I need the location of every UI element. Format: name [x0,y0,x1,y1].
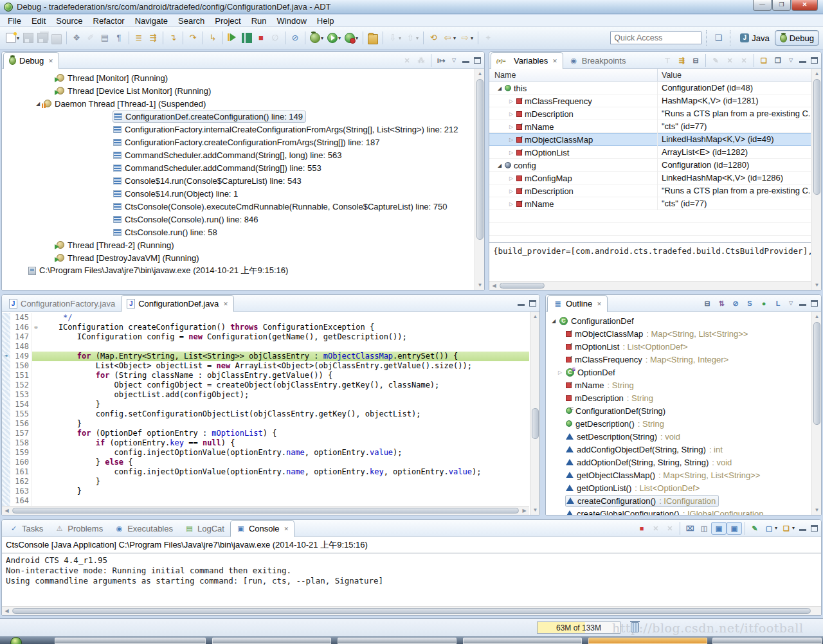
minimize-view-button[interactable] [460,55,471,66]
taskbar-button[interactable] [212,638,331,644]
tab-problems[interactable]: ⚠Problems [49,520,109,536]
new-snapshot-button[interactable]: ❖ [69,30,84,46]
minimize-view-button[interactable] [797,55,808,66]
debug-tree-item[interactable]: ConfigurationFactory.internalCreateConfi… [2,123,474,136]
code-line[interactable]: 157 for (OptionDef optionEntry : mOption… [2,429,529,438]
scroll-down-arrow[interactable]: ▼ [530,505,539,515]
collapse-all-button[interactable]: ⊟ [689,54,703,67]
show-command-line-button[interactable]: i↦ [434,54,448,67]
collapsed-arrow-icon[interactable] [506,188,516,194]
code-line[interactable]: 151 for (String className : objClassEntr… [2,371,529,380]
menu-source[interactable]: Source [51,15,87,27]
maximize-view-button[interactable] [808,523,820,534]
variable-row[interactable]: mObjectClassMapLinkedHashMap<K,V> (id=49… [489,133,811,146]
restore-window-button[interactable]: ❐ [772,0,791,11]
view-menu-button[interactable]: ▽ [785,55,797,66]
close-tab-icon[interactable]: ✕ [552,58,557,64]
collapsed-arrow-icon[interactable] [506,150,516,156]
minimize-editor-button[interactable] [515,298,527,309]
scrollbar-thumb[interactable] [476,79,484,240]
collapse-all-button[interactable]: ⊟ [700,297,714,310]
debug-tree-item[interactable]: Thread [Monitor] (Running) [2,71,474,84]
debug-tree-item[interactable]: ConfigurationFactory.createConfiguration… [2,136,474,148]
code-line[interactable]: 160 } else { [2,458,529,467]
show-stdout-when-changed-button[interactable]: ▣ [711,522,727,535]
variable-row[interactable]: mDescription"Runs a CTS plan from a pre-… [489,107,811,120]
show-stderr-when-changed-button[interactable]: ▣ [727,522,742,535]
variable-detail-pane[interactable]: {build_provider=[com.android.cts.tradefe… [489,242,811,281]
coverage-dropdown-button[interactable]: ▾ [343,30,360,46]
menu-file[interactable]: File [3,15,26,27]
close-window-button[interactable]: ✕ [791,0,818,11]
java-perspective-button[interactable]: J Java [735,30,774,46]
step-over-button[interactable]: ↷ [186,30,200,46]
scroll-down-arrow[interactable]: ▼ [812,505,821,515]
code-editor[interactable]: 145 */146⊖ IConfiguration createConfigur… [2,313,529,506]
close-tab-icon[interactable]: ✕ [223,301,228,307]
run-garbage-collector-button[interactable] [631,622,639,632]
menu-navigate[interactable]: Navigate [130,15,173,27]
code-line[interactable]: 154 } [2,400,529,409]
variable-row[interactable]: mOptionListArrayList<E> (id=1282) [489,146,811,159]
step-filters-button[interactable]: ≣ [132,30,146,46]
outline-item[interactable]: mName : String [546,379,811,391]
taskbar-button[interactable] [338,638,457,644]
menu-window[interactable]: Window [272,15,312,27]
debug-perspective-button[interactable]: Debug [775,30,819,46]
hide-fields-button[interactable]: ⊘ [728,297,743,310]
open-view-button[interactable]: ❐ [771,54,785,67]
back-button[interactable]: ⇦▾ [440,30,458,46]
maximize-view-button[interactable] [808,55,820,66]
collapsed-arrow-icon[interactable] [506,175,516,181]
taskbar-button[interactable] [55,638,206,644]
maximize-editor-button[interactable] [527,298,538,309]
outline-item[interactable]: mDescription : String [546,391,811,404]
tab-breakpoints[interactable]: ◉ Breakpoints [563,52,632,68]
new-button[interactable]: ▾ [4,30,21,46]
close-tab-icon[interactable]: ✕ [284,526,289,532]
scroll-up-arrow[interactable]: ▲ [475,69,484,78]
outline-item[interactable]: OptionDef [546,366,811,379]
menu-run[interactable]: Run [246,15,272,27]
collapsed-arrow-icon[interactable] [506,98,516,104]
fold-marker[interactable]: ⊖ [32,323,40,332]
outline-item[interactable]: mClassFrequency : Map<String, Integer> [546,353,811,366]
step-into-button[interactable]: ↴ [166,30,180,46]
show-non-public-button[interactable]: ● [757,297,771,310]
debug-tree-item[interactable]: CommandScheduler.addCommand(String[]) li… [2,161,474,174]
menu-help[interactable]: Help [312,15,339,27]
scroll-left-arrow[interactable]: ◀ [2,607,12,615]
scroll-up-arrow[interactable]: ▲ [812,312,821,321]
console-horizontal-scrollbar[interactable]: ◀ [2,606,821,615]
debug-vertical-scrollbar[interactable]: ▲ ▼ [475,69,484,290]
variable-row[interactable]: mName"cts" (id=77) [489,120,811,133]
forward-button[interactable]: ⇨▾ [458,30,475,46]
scroll-left-arrow[interactable]: ◀ [489,282,499,290]
pin-console-button[interactable]: ✎ [748,522,762,535]
scrollbar-thumb[interactable] [500,283,545,289]
code-line[interactable]: 145 */ [2,313,529,323]
code-line[interactable]: 161 config.injectOptionValue(optionEntry… [2,467,529,477]
code-line[interactable]: 158 if (optionEntry.key == null) { [2,438,529,448]
expanded-arrow-icon[interactable] [494,85,505,91]
debug-tree-item[interactable]: Thread [DestroyJavaVM] (Running) [2,251,474,264]
code-line[interactable]: 153 objectList.add(configObject); [2,390,529,400]
show-whitespace-button[interactable]: ¶ [112,30,126,46]
code-line[interactable]: ➜149 for (Map.Entry<String, List<String>… [2,352,529,361]
code-line[interactable]: 148 [2,342,529,352]
tab-logcat[interactable]: ▤LogCat [179,520,230,536]
resume-button[interactable] [226,30,240,46]
outline-item[interactable]: ConfigurationDef [546,314,811,327]
maximize-view-button[interactable] [471,55,483,66]
minimize-window-button[interactable]: — [753,0,772,11]
console-output[interactable]: Android CTS 4.4_r1.95Non-interactive mod… [2,553,821,588]
debug-tree-item[interactable]: Thread [Thread-2] (Running) [2,238,474,251]
clear-console-button[interactable]: ⌧ [683,522,697,535]
outline-item[interactable]: createConfiguration() : IConfiguration [546,494,811,507]
code-line[interactable]: 147 IConfiguration config = new Configur… [2,332,529,342]
variables-horizontal-scrollbar[interactable]: ◀ [489,281,811,290]
outline-item[interactable]: createGlobalConfiguration() : IGlobalCon… [546,507,811,515]
tab-outline[interactable]: ≣ Outline ✕ [547,295,608,312]
scroll-up-arrow[interactable]: ▲ [530,312,539,321]
variable-row[interactable]: configConfiguration (id=1280) [489,159,811,172]
